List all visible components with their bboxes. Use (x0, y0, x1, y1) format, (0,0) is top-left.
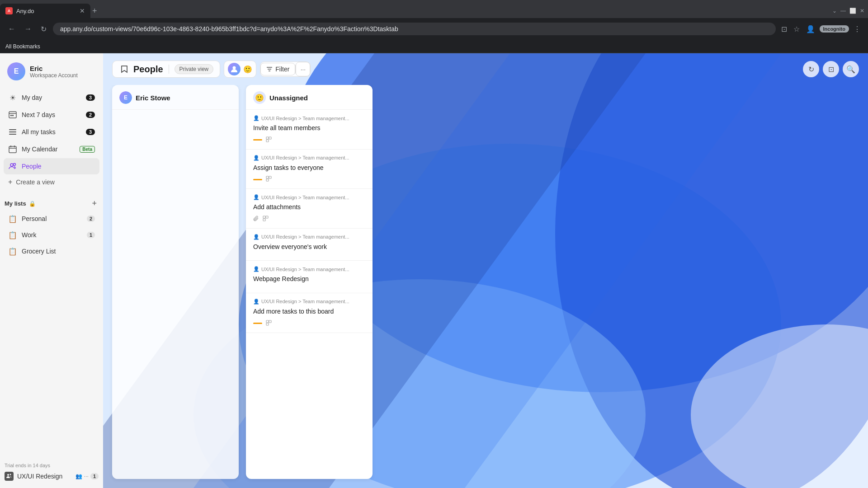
sidebar-item-next-7-days[interactable]: Next 7 days 2 (4, 107, 99, 123)
priority-indicator (253, 323, 262, 324)
filter-button[interactable]: Filter (260, 63, 295, 75)
close-window-button[interactable]: ✕ (860, 8, 864, 14)
app-layout: E Eric Workspace Account ☀ My day 3 (0, 53, 868, 488)
task-title: Webpage Redesign (253, 275, 365, 284)
user-profile[interactable]: E Eric Workspace Account (0, 53, 103, 88)
svg-rect-36 (266, 323, 269, 325)
my-lists-section: My lists 🔒 + 📋 Personal 2 📋 Work 1 📋 (0, 194, 103, 260)
svg-rect-6 (9, 134, 16, 135)
list-item-personal[interactable]: 📋 Personal 2 (4, 211, 99, 226)
svg-rect-26 (269, 137, 271, 139)
task-title: Overview everyone's work (253, 243, 365, 252)
reload-button[interactable]: ↻ (38, 23, 49, 35)
user-name: Eric (30, 65, 78, 72)
private-view-button[interactable]: Private view (175, 64, 214, 74)
page-title: People (133, 64, 163, 75)
list-item-grocery[interactable]: 📋 Grocery List (4, 244, 99, 259)
svg-rect-7 (9, 146, 16, 153)
task-card[interactable]: 👤 UX/UI Redesign > Team management... We… (246, 261, 373, 293)
sidebar-item-all-tasks[interactable]: All my tasks 3 (4, 124, 99, 140)
workspace-more-icon[interactable]: ··· (84, 473, 89, 479)
back-button[interactable]: ← (5, 23, 18, 35)
board-area: E Eric Stowe 🙂 Unassigned (103, 85, 868, 488)
breadcrumb-text: UX/UI Redesign > Team management... (261, 234, 349, 239)
cast-icon[interactable]: ⊡ (779, 23, 789, 35)
task-title: Assign tasks to everyone (253, 164, 365, 173)
svg-point-11 (10, 164, 13, 166)
task-card[interactable]: 👤 UX/UI Redesign > Team management... Ad… (246, 189, 373, 229)
sidebar-item-calendar[interactable]: My Calendar Beta (4, 141, 99, 157)
workspace-actions: 👥 ··· 1 (75, 473, 99, 479)
bookmarks-bar: All Bookmarks (0, 40, 868, 53)
person-icon: 👤 (253, 266, 259, 272)
svg-rect-2 (10, 115, 12, 116)
task-breadcrumb: 👤 UX/UI Redesign > Team management... (253, 115, 365, 121)
task-card[interactable]: 👤 UX/UI Redesign > Team management... As… (246, 150, 373, 189)
task-card[interactable]: 👤 UX/UI Redesign > Team management... In… (246, 110, 373, 150)
my-day-badge: 3 (86, 94, 95, 101)
subtask-icon (266, 320, 272, 327)
svg-point-21 (233, 66, 236, 70)
next7-badge: 2 (86, 112, 95, 118)
breadcrumb-text: UX/UI Redesign > Team management... (261, 299, 349, 304)
svg-rect-28 (266, 176, 269, 178)
avatar-group: 🙂 (224, 61, 256, 78)
all-bookmarks-item[interactable]: All Bookmarks (5, 43, 40, 50)
task-card[interactable]: 👤 UX/UI Redesign > Team management... Ad… (246, 293, 373, 333)
column-title-eric: Eric Stowe (136, 94, 170, 102)
browser-chrome: A Any.do ✕ + ⌄ — ⬜ ✕ ← → ↻ ⊡ ☆ 👤 Incogni… (0, 0, 868, 53)
browser-tab[interactable]: A Any.do ✕ (0, 4, 90, 18)
header-avatar[interactable] (228, 63, 241, 75)
create-view-button[interactable]: + Create a view (4, 175, 99, 189)
bookmark-icon[interactable]: ☆ (792, 23, 802, 35)
filter-group: Filter ··· (260, 61, 311, 77)
tab-bar: A Any.do ✕ + ⌄ — ⬜ ✕ (0, 0, 868, 18)
subtask-icon (263, 216, 269, 223)
tab-search-icon[interactable]: ⌄ (832, 8, 837, 14)
maximize-button[interactable]: ⬜ (849, 8, 856, 14)
forward-button[interactable]: → (22, 23, 34, 35)
svg-rect-33 (263, 219, 265, 221)
minimize-button[interactable]: — (840, 8, 846, 14)
search-icon-button[interactable]: 🔍 (843, 61, 859, 77)
sidebar-item-people[interactable]: People (4, 158, 99, 174)
breadcrumb-text: UX/UI Redesign > Team management... (261, 195, 349, 200)
column-title-unassigned: Unassigned (269, 94, 308, 102)
layout-icon-button[interactable]: ⊡ (823, 61, 839, 77)
tab-close-button[interactable]: ✕ (80, 7, 85, 14)
breadcrumb-text: UX/UI Redesign > Team management... (261, 267, 349, 272)
personal-list-icon: 📋 (8, 214, 17, 223)
sidebar-item-my-day[interactable]: ☀ My day 3 (4, 89, 99, 106)
subtask-icon (266, 136, 272, 144)
header-divider (169, 65, 169, 74)
user-subtitle: Workspace Account (30, 72, 78, 79)
task-card[interactable]: 👤 UX/UI Redesign > Team management... Ov… (246, 229, 373, 261)
svg-rect-3 (12, 115, 14, 116)
task-breadcrumb: 👤 UX/UI Redesign > Team management... (253, 299, 365, 305)
my-lists-header: My lists 🔒 + (0, 194, 103, 211)
task-breadcrumb: 👤 UX/UI Redesign > Team management... (253, 266, 365, 272)
new-tab-button[interactable]: + (92, 6, 97, 16)
column-body-eric (112, 110, 239, 479)
extensions-icon[interactable]: ⋮ (852, 23, 863, 35)
header-right-actions: ↻ ⊡ 🔍 (803, 61, 859, 77)
task-title: Invite all team members (253, 124, 365, 133)
person-icon: 👤 (253, 115, 259, 121)
list-item-work[interactable]: 📋 Work 1 (4, 227, 99, 243)
workspace-item[interactable]: UX/UI Redesign 👥 ··· 1 (5, 470, 99, 483)
task-footer (253, 136, 365, 144)
refresh-icon-button[interactable]: ↻ (803, 61, 819, 77)
more-options-button[interactable]: ··· (296, 62, 310, 76)
header-group: People Private view (112, 61, 220, 78)
column-header-unassigned: 🙂 Unassigned (246, 85, 373, 110)
bookmark-nav-icon (119, 64, 130, 75)
address-bar-row: ← → ↻ ⊡ ☆ 👤 Incognito ⋮ (0, 18, 868, 40)
list-icon (8, 127, 17, 136)
profile-icon[interactable]: 👤 (804, 23, 817, 35)
address-input[interactable] (53, 23, 776, 35)
svg-rect-27 (266, 140, 269, 142)
calendar-week-icon (8, 110, 17, 119)
task-breadcrumb: 👤 UX/UI Redesign > Team management... (253, 194, 365, 200)
person-icon: 👤 (253, 234, 259, 240)
add-list-button[interactable]: + (90, 198, 99, 209)
